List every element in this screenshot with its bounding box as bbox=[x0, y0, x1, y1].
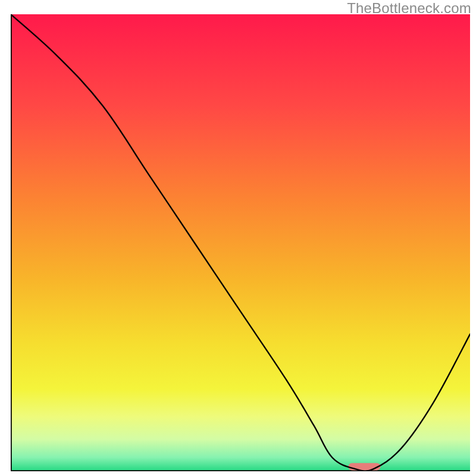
svg-rect-0 bbox=[348, 463, 380, 470]
chart-svg bbox=[11, 14, 470, 471]
gradient-background bbox=[11, 14, 470, 471]
chart-container: TheBottleneck.com bbox=[0, 0, 476, 476]
chart-marker bbox=[348, 463, 380, 470]
chart-plot bbox=[11, 14, 470, 471]
